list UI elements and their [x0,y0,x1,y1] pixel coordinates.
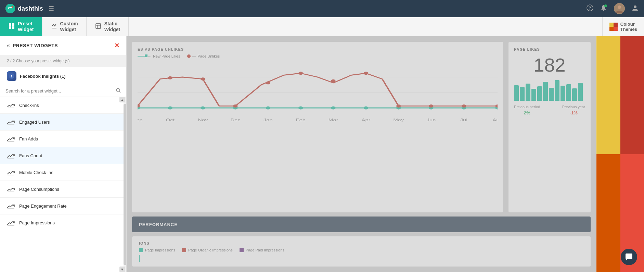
custom-widget-icon [51,23,57,31]
back-icon[interactable]: « [7,42,10,49]
list-item[interactable]: Page Impressions [0,214,126,231]
tab-custom-widget[interactable]: Custom Widget [42,17,87,36]
widget-item-label: Fan Adds [19,136,38,141]
tab-preset-widget[interactable]: Preset Widget [0,17,42,36]
scroll-up-arrow[interactable]: ▲ [119,97,125,102]
trend-icon [7,119,15,125]
trend-icon [7,102,15,109]
colour-swatch-yellow[interactable] [596,36,620,154]
facebook-insights-icon: f [7,71,16,81]
notifications-icon[interactable] [600,4,607,13]
content-overlay [127,36,596,272]
avatar-image [614,3,625,14]
widget-item-label: Page Engagement Rate [19,203,67,209]
chat-button[interactable] [621,249,637,265]
tab-colour-themes[interactable]: Colour Themes [602,17,644,36]
colour-swatches-grid [596,36,644,272]
user-icon[interactable] [632,4,639,13]
svg-line-24 [119,91,120,92]
svg-text:?: ? [589,6,591,11]
svg-rect-12 [12,26,14,29]
trend-icon [7,135,15,142]
custom-widget-label: Custom Widget [60,21,78,33]
trend-icon [7,219,15,226]
static-widget-label: Static Widget [104,21,120,33]
trend-icon [7,152,15,159]
static-widget-icon [95,23,102,31]
preset-widget-icon [8,23,15,31]
svg-rect-14 [96,24,101,28]
widget-item-label: Mobile Check-ins [19,170,53,175]
navbar: dashthis ☰ ? [0,0,644,17]
content-area: ES VS PAGE UNLIKES → New Page Likes — Pa… [127,36,596,272]
svg-point-0 [5,4,15,13]
svg-rect-19 [609,27,614,31]
navbar-right: ? [587,3,639,14]
sidebar-scrollbar: ▲ ▼ [124,97,126,272]
svg-rect-20 [614,27,618,31]
widget-item-label: Page Consumptions [19,187,59,192]
list-item[interactable]: Page Consumptions [0,181,126,198]
logo: dashthis [5,4,43,13]
sidebar-step: 2 / 2 Choose your preset widget(s) [0,55,126,67]
source-label: Facebook Insights (1) [20,74,66,79]
trend-icon [7,186,15,193]
avatar[interactable] [614,3,625,14]
tabs-bar: Preset Widget Custom Widget Static Widge… [0,17,644,36]
logo-text: dashthis [18,5,43,12]
svg-rect-9 [9,23,11,26]
svg-point-8 [634,5,636,8]
list-item[interactable]: Page Engagement Rate [0,198,126,214]
colour-swatch-red[interactable] [620,36,644,154]
trend-icon [7,169,15,176]
search-icon[interactable] [116,88,121,94]
svg-point-23 [116,88,120,92]
list-item[interactable]: Engaged Users [0,114,126,131]
svg-rect-10 [12,23,14,26]
colour-themes-label: Colour Themes [620,22,637,32]
list-item[interactable]: Mobile Check-ins [0,164,126,181]
widget-item-label: Fans Count [19,153,42,158]
svg-text:f: f [11,74,12,78]
trend-icon [7,202,15,209]
tab-static-widget[interactable]: Static Widget [87,17,129,36]
sidebar-source-row: f Facebook Insights (1) [0,67,126,85]
colour-themes-icon [609,23,618,31]
preset-widget-label: Preset Widget [18,21,34,33]
svg-rect-17 [609,23,614,27]
list-item[interactable]: Fan Adds [0,131,126,147]
widget-list: ▲ ▼ Check-ins Engaged Users F [0,97,126,272]
help-icon[interactable]: ? [587,4,593,13]
list-item[interactable]: Check-ins [0,97,126,114]
svg-point-5 [604,4,607,7]
colour-swatch-orange[interactable] [596,154,620,272]
close-button[interactable]: ✕ [114,42,119,49]
search-input[interactable] [5,88,113,94]
sidebar-header: « PRESET WIDGETS ✕ [0,36,126,55]
main-layout: « PRESET WIDGETS ✕ 2 / 2 Choose your pre… [0,36,644,272]
tabs-spacer [129,17,602,36]
logo-icon [5,4,15,13]
svg-rect-11 [9,26,11,29]
scroll-down-arrow[interactable]: ▼ [119,267,125,272]
svg-point-4 [603,10,604,11]
widget-item-label: Page Impressions [19,220,55,225]
search-bar [0,85,126,97]
list-item[interactable]: Fans Count [0,147,126,164]
hamburger-icon[interactable]: ☰ [49,5,54,12]
colour-themes-panel [596,36,644,272]
sidebar-panel: « PRESET WIDGETS ✕ 2 / 2 Choose your pre… [0,36,127,272]
sidebar-title: PRESET WIDGETS [13,43,58,48]
widget-item-label: Engaged Users [19,120,50,125]
svg-rect-18 [614,23,618,27]
widget-item-label: Check-ins [19,103,39,108]
scrollbar-thumb[interactable] [124,104,126,265]
svg-point-7 [618,5,621,9]
svg-point-1 [12,6,13,8]
sidebar-title-row: « PRESET WIDGETS [7,42,58,49]
